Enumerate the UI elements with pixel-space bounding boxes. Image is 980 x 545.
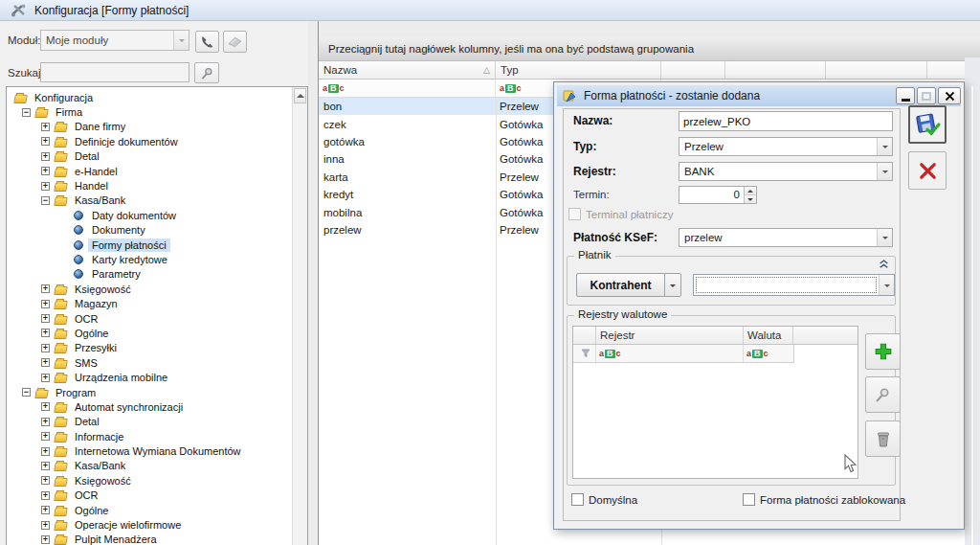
tree-item-informacje[interactable]: +Informacje: [7, 429, 291, 443]
kontrahent-split-button[interactable]: Kontrahent: [576, 273, 681, 297]
tree-item-kasa-bank[interactable]: +Kasa/Bank: [7, 459, 291, 473]
tree-item-karty-kredytowe[interactable]: Karty kredytowe: [7, 252, 291, 266]
grid-header: Nazwa △ Typ: [319, 61, 980, 79]
tree-item-parametry[interactable]: Parametry: [7, 267, 291, 282]
tree-scrollbar[interactable]: [292, 87, 307, 545]
expand-icon[interactable]: +: [41, 314, 50, 323]
termin-stepper[interactable]: 0: [679, 186, 757, 204]
expand-icon[interactable]: +: [41, 402, 50, 411]
tree-item-ksi-gowo[interactable]: +Księgowość: [7, 473, 291, 488]
tree-item-magazyn[interactable]: +Magazyn: [7, 296, 291, 310]
expand-icon[interactable]: +: [41, 521, 50, 530]
tree-item-kasa-bank[interactable]: −Kasa/Bank: [7, 193, 291, 208]
expand-icon[interactable]: +: [41, 167, 50, 175]
tree-item-label: Ogólne: [71, 504, 112, 517]
column-header-typ[interactable]: Typ: [496, 61, 661, 79]
folder-icon: [54, 286, 68, 295]
expand-icon[interactable]: +: [41, 152, 50, 161]
rejestr-select[interactable]: BANK: [679, 162, 893, 181]
maximize-button[interactable]: [917, 87, 936, 104]
rejestr-column-header[interactable]: Rejestr: [596, 327, 744, 344]
folder-icon: [13, 95, 28, 103]
tree-item-detal[interactable]: +Detal: [7, 149, 291, 164]
tree-item-ocr[interactable]: +OCR: [7, 488, 291, 503]
tree-item-sms[interactable]: +SMS: [7, 355, 291, 370]
save-button[interactable]: [908, 105, 947, 144]
tree-item-operacje-wielofirmowe[interactable]: +Operacje wielofirmowe: [7, 517, 291, 532]
expand-icon[interactable]: +: [41, 284, 50, 293]
dialog-titlebar[interactable]: Forma płatności - zostanie dodana: [557, 85, 961, 106]
expand-icon[interactable]: +: [41, 418, 50, 426]
expand-icon[interactable]: +: [41, 535, 50, 544]
tree-item-e-handel[interactable]: +e-Handel: [7, 164, 291, 178]
search-input[interactable]: [40, 62, 189, 82]
ksef-select[interactable]: przelew: [679, 228, 893, 247]
expand-icon[interactable]: +: [41, 491, 50, 500]
tree-item-og-lne[interactable]: +Ogólne: [7, 503, 291, 517]
expand-icon[interactable]: +: [41, 329, 50, 337]
chevron-down-icon[interactable]: [665, 273, 681, 297]
cancel-button[interactable]: [908, 151, 947, 190]
expand-icon[interactable]: +: [41, 476, 50, 485]
tree-item-og-lne[interactable]: +Ogólne: [7, 326, 291, 340]
collapse-icon[interactable]: −: [41, 196, 50, 205]
tree-item-detal[interactable]: +Detal: [7, 415, 291, 429]
modul-select[interactable]: Moje moduły: [40, 30, 189, 51]
typ-select[interactable]: Przelew: [679, 137, 893, 156]
expand-icon[interactable]: +: [41, 358, 50, 367]
search-button[interactable]: [194, 62, 219, 83]
domyslna-checkbox[interactable]: [571, 493, 584, 506]
delete-register-button[interactable]: [865, 420, 901, 457]
phone-button[interactable]: [195, 31, 219, 53]
tree-item-handel[interactable]: +Handel: [7, 178, 291, 193]
column-header-nazwa[interactable]: Nazwa △: [319, 61, 496, 79]
expand-icon[interactable]: +: [41, 506, 50, 514]
panel-splitter[interactable]: [308, 21, 318, 545]
tree-item-formy-p-atno-ci[interactable]: Formy płatności: [7, 238, 291, 252]
expand-icon[interactable]: +: [41, 182, 50, 191]
tree-item-konfiguracja[interactable]: Konfiguracja: [7, 90, 291, 104]
tree-item-automat-synchronizacji[interactable]: +Automat synchronizacji: [7, 399, 291, 414]
leaf-icon: [74, 211, 83, 220]
collapse-chevron-icon[interactable]: [879, 259, 889, 269]
tree-item-ksi-gowo[interactable]: +Księgowość: [7, 282, 291, 296]
collapse-icon[interactable]: −: [22, 388, 31, 397]
leaf-icon: [74, 269, 83, 279]
tree-item-firma[interactable]: −Firma: [7, 104, 291, 119]
expand-icon[interactable]: +: [41, 137, 50, 146]
spinner-up-icon[interactable]: [745, 187, 756, 195]
spinner-down-icon[interactable]: [745, 195, 756, 203]
waluta-column-header[interactable]: Waluta: [744, 327, 793, 344]
expand-icon[interactable]: +: [41, 374, 50, 382]
add-register-button[interactable]: [865, 333, 901, 370]
tree-item-program[interactable]: −Program: [7, 385, 291, 399]
collapse-icon[interactable]: −: [22, 108, 31, 117]
tree-item-internetowa-wymiana-dokument-w[interactable]: +Internetowa Wymiana Dokumentów: [7, 443, 291, 458]
filter-cell-rejestr[interactable]: aBc: [596, 345, 744, 362]
filter-cell-waluta[interactable]: aBc: [744, 345, 793, 362]
tree-item-przesy-ki[interactable]: +Przesyłki: [7, 341, 291, 355]
platnik-combo[interactable]: [693, 274, 895, 296]
expand-icon[interactable]: +: [41, 123, 50, 131]
expand-icon[interactable]: +: [41, 432, 50, 441]
minimize-button[interactable]: [896, 87, 915, 104]
filter-cell-nazwa[interactable]: aBc: [319, 79, 496, 97]
tree-item-urz-dzenia-mobilne[interactable]: +Urządzenia mobilne: [7, 370, 291, 384]
nazwa-input[interactable]: [679, 111, 893, 131]
documents-button[interactable]: [223, 31, 247, 53]
edit-register-button[interactable]: [865, 376, 901, 413]
tree-item-definicje-dokument-w[interactable]: +Definicje dokumentów: [7, 134, 291, 148]
tree-item-dokumenty[interactable]: Dokumenty: [7, 223, 291, 238]
expand-icon[interactable]: +: [41, 344, 50, 352]
terminal-platniczy-checkbox[interactable]: [568, 208, 581, 220]
expand-icon[interactable]: +: [41, 462, 50, 470]
tree-item-pulpit-menad-era[interactable]: +Pulpit Menadżera: [7, 533, 291, 545]
expand-icon[interactable]: +: [41, 300, 50, 308]
scroll-up-button[interactable]: [294, 88, 306, 103]
tree-item-daty-dokument-w[interactable]: Daty dokumentów: [7, 208, 291, 222]
tree-item-dane-firmy[interactable]: +Dane firmy: [7, 120, 291, 134]
expand-icon[interactable]: +: [41, 447, 50, 456]
zablokowana-checkbox[interactable]: [743, 493, 755, 506]
close-button[interactable]: [938, 87, 961, 104]
tree-item-ocr[interactable]: +OCR: [7, 311, 291, 326]
